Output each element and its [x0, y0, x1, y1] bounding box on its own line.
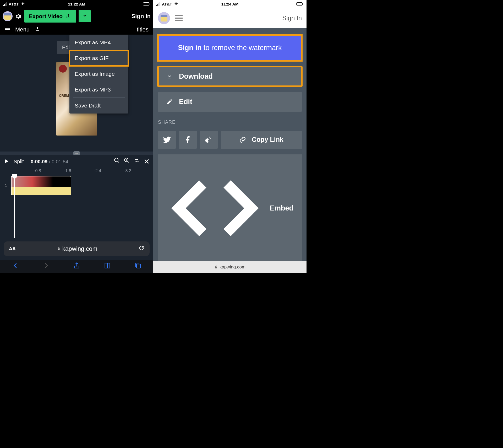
copy-link-label: Copy Link [252, 136, 283, 143]
signal-icon [156, 2, 160, 6]
safari-url-bar[interactable]: AA kapwing.com [4, 241, 150, 256]
status-time: 11:22 AM [68, 2, 85, 6]
bookmarks-icon[interactable] [104, 262, 111, 269]
share-icon[interactable] [73, 262, 80, 269]
carrier-label: AT&T [162, 2, 172, 6]
status-bar-left: AT&T 11:22 AM [0, 0, 153, 8]
export-mp4-item[interactable]: Export as MP4 [69, 35, 128, 50]
download-icon [166, 73, 173, 79]
back-icon[interactable] [12, 262, 19, 269]
split-button[interactable]: Split [14, 159, 24, 165]
embed-button[interactable]: Embed [158, 154, 302, 261]
pencil-icon [166, 99, 173, 105]
url-domain: kapwing.com [220, 265, 245, 270]
signin-link[interactable]: Sign In [282, 14, 302, 22]
canvas-area: Edit backgro Export as MP4 Export as GIF… [0, 35, 153, 152]
play-button[interactable] [4, 158, 9, 165]
chevron-down-icon [82, 13, 88, 18]
link-icon [239, 136, 246, 143]
playhead[interactable] [14, 175, 15, 238]
battery-icon [143, 2, 150, 6]
battery-icon [296, 2, 303, 6]
gear-icon[interactable] [15, 13, 21, 19]
edit-label: Edit [179, 98, 192, 106]
signin-banner[interactable]: Sign in to remove the watermark [158, 35, 302, 61]
export-dropdown-caret[interactable] [79, 10, 91, 22]
twitter-button[interactable] [158, 131, 176, 149]
wifi-icon [20, 2, 25, 6]
close-timeline-icon[interactable]: ✕ [144, 157, 150, 166]
text-size-button[interactable]: AA [9, 246, 16, 252]
facebook-button[interactable] [179, 131, 197, 149]
app-topbar: Export Video Sign In [0, 8, 153, 25]
avatar[interactable] [3, 11, 13, 21]
menu-icon[interactable] [5, 28, 10, 31]
edit-button[interactable]: Edit [158, 92, 302, 112]
url-domain: kapwing.com [62, 245, 97, 252]
scrubber-handle[interactable]: ••• [73, 151, 80, 155]
code-icon [166, 160, 264, 257]
avatar[interactable] [158, 12, 170, 24]
lock-icon [214, 265, 218, 269]
scrubber[interactable]: ••• [0, 152, 153, 155]
export-gif-item[interactable]: Export as GIF [69, 50, 128, 66]
hamburger-menu[interactable] [175, 15, 183, 21]
timeline-section: ••• Split 0:00.09 / 0:01.84 ✕ 0.8 1.6 2.… [0, 152, 153, 238]
subtitles-label[interactable]: titles [137, 26, 149, 33]
timeline-controls: Split 0:00.09 / 0:01.84 ✕ [0, 155, 153, 169]
upload-icon[interactable] [35, 26, 40, 33]
safari-toolbar [0, 260, 153, 273]
menu-label[interactable]: Menu [15, 26, 30, 33]
menu-bar: Menu titles [0, 25, 153, 35]
track-clip[interactable] [11, 176, 71, 195]
embed-label: Embed [270, 204, 293, 212]
svg-rect-2 [136, 264, 140, 268]
export-mp3-item[interactable]: Export as MP3 [69, 82, 128, 98]
download-label: Download [179, 72, 213, 80]
safari-url-bar-right[interactable]: kapwing.com [153, 261, 307, 273]
zoom-in-icon[interactable] [124, 157, 130, 164]
status-time: 11:24 AM [221, 2, 238, 6]
signin-link[interactable]: Sign In [132, 13, 151, 20]
export-video-button[interactable]: Export Video [24, 10, 76, 23]
share-row: Copy Link [158, 131, 302, 149]
zoom-out-icon[interactable] [114, 157, 120, 164]
export-video-label: Export Video [29, 13, 63, 19]
copy-link-button[interactable]: Copy Link [221, 131, 302, 149]
wifi-icon [174, 2, 178, 6]
carrier-label: AT&T [9, 2, 19, 6]
signal-icon [3, 2, 7, 6]
timecode: 0:00.09 / 0:01.84 [31, 159, 68, 165]
status-bar-right: AT&T 11:24 AM [153, 0, 307, 8]
timeline-tracks[interactable]: 1 [0, 175, 153, 238]
tabs-icon[interactable] [134, 262, 142, 269]
save-draft-item[interactable]: Save Draft [69, 98, 128, 114]
share-up-icon [66, 13, 71, 19]
forward-icon [42, 262, 50, 269]
export-image-item[interactable]: Export as Image [69, 66, 128, 82]
track-number: 1 [3, 183, 9, 188]
lock-icon [57, 245, 61, 252]
export-dropdown: Export as MP4 Export as GIF Export as Im… [69, 35, 128, 114]
share-heading: SHARE [158, 120, 302, 125]
page-header: Sign In [153, 8, 307, 28]
reload-icon[interactable] [139, 245, 144, 252]
tiktok-button[interactable] [200, 131, 218, 149]
download-button[interactable]: Download [158, 67, 302, 86]
timeline-ruler: 0.8 1.6 2.4 3.2 [0, 169, 153, 175]
swap-icon[interactable] [134, 157, 140, 164]
